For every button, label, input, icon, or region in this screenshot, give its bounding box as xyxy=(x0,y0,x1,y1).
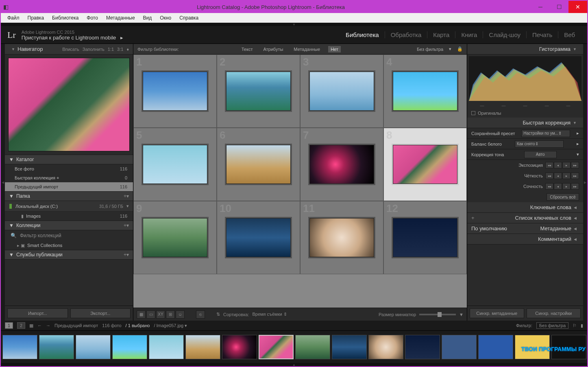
filter-metadata[interactable]: Метаданные xyxy=(291,46,322,52)
window-1[interactable]: 1 xyxy=(5,322,13,329)
filter-none[interactable]: Нет xyxy=(328,46,341,52)
exposure-dec2[interactable]: ◂◂ xyxy=(545,162,553,168)
catalog-prev-import[interactable]: Предыдущий импорт116 xyxy=(5,182,133,191)
vibrance-inc[interactable]: ▸ xyxy=(562,183,571,190)
breadcrumb[interactable]: Предыдущий импорт xyxy=(54,323,98,328)
flag-filter-icon[interactable]: ⚐ xyxy=(573,323,577,328)
import-button[interactable]: Импорт... xyxy=(7,308,68,318)
film-thumb[interactable] xyxy=(185,335,220,359)
smart-collections[interactable]: ▸ ▣Smart Collections xyxy=(5,241,133,250)
exposure-inc[interactable]: ▸ xyxy=(562,162,571,168)
film-thumb[interactable] xyxy=(368,335,403,359)
expand-icon[interactable]: ▸ xyxy=(577,131,579,136)
exposure-inc2[interactable]: ▸▸ xyxy=(571,162,579,168)
folder-images[interactable]: ▮Images116 xyxy=(5,212,133,221)
preset-select[interactable]: Настройки по ум... ⇕ xyxy=(521,130,570,137)
menu-window[interactable]: Окно xyxy=(157,14,174,22)
menu-file[interactable]: Файл xyxy=(4,14,23,22)
drive-row[interactable]: Локальный диск (C:)31,6 / 50 ГБ▾ xyxy=(5,201,133,212)
thumb-size-slider[interactable] xyxy=(419,314,456,315)
sync-metadata-button[interactable]: Синхр. метаданные xyxy=(470,308,524,318)
navigator-header[interactable]: ▼Навигатор Вписать Заполнить 1:1 3:1 ♦ xyxy=(5,44,133,55)
loupe-icon[interactable]: ▭ xyxy=(146,310,155,319)
grid-cell[interactable]: 9 xyxy=(133,201,217,274)
module-map[interactable]: Карта xyxy=(427,31,455,38)
quick-develop-header[interactable]: Быстрая коррекция▼ xyxy=(467,118,583,128)
film-thumb[interactable] xyxy=(222,335,257,359)
clarity-inc[interactable]: ▸ xyxy=(562,173,571,179)
clarity-dec[interactable]: ◂ xyxy=(554,173,562,179)
collections-header[interactable]: ▼Коллекции+▾ xyxy=(5,221,133,230)
grid-cell[interactable]: 10 xyxy=(217,201,300,274)
people-icon[interactable]: ☺ xyxy=(176,310,185,319)
nav-fill[interactable]: Заполнить xyxy=(83,47,105,52)
module-web[interactable]: Веб xyxy=(558,31,581,38)
export-button[interactable]: Экспорт... xyxy=(70,308,131,318)
vibrance-dec[interactable]: ◂ xyxy=(554,183,562,190)
nav-fit[interactable]: Вписать xyxy=(62,47,79,52)
mobile-hint[interactable]: Приступая к работе с Lightroom mobile ▸ xyxy=(22,35,123,41)
collections-filter[interactable]: 🔍Фильтр коллекций xyxy=(5,230,133,241)
filter-text[interactable]: Текст xyxy=(239,46,255,52)
comments-header[interactable]: Комментарий◀ xyxy=(467,234,583,245)
nav-zoom-menu[interactable]: ♦ xyxy=(126,47,129,52)
originals-checkbox[interactable]: Оригиналы xyxy=(467,109,583,118)
grid-cell[interactable]: 6 xyxy=(217,128,300,201)
histogram[interactable] xyxy=(469,56,581,101)
vibrance-inc2[interactable]: ▸▸ xyxy=(571,183,579,190)
clarity-inc2[interactable]: ▸▸ xyxy=(571,173,579,179)
toolbar-menu-icon[interactable]: ▼ xyxy=(459,312,464,317)
module-slideshow[interactable]: Слайд-шоу xyxy=(483,31,527,38)
film-thumb[interactable] xyxy=(405,335,440,359)
histogram-header[interactable]: Гистограмма▼ xyxy=(467,44,583,55)
film-thumb[interactable] xyxy=(442,335,477,359)
add-publish-icon[interactable]: +▾ xyxy=(124,252,129,258)
module-book[interactable]: Книга xyxy=(455,31,483,38)
maximize-button[interactable]: ☐ xyxy=(550,1,568,13)
filter-lock-icon[interactable]: ▮ xyxy=(581,323,583,328)
metadata-header[interactable]: По умолчаниюМетаданные◀ xyxy=(467,223,583,234)
module-print[interactable]: Печать xyxy=(527,31,558,38)
menu-view[interactable]: Вид xyxy=(140,14,155,22)
add-folder-icon[interactable]: +▾ xyxy=(124,193,129,199)
grid-cell[interactable]: 12 xyxy=(383,201,467,274)
painter-icon[interactable]: ⎋ xyxy=(196,310,205,319)
exposure-dec[interactable]: ◂ xyxy=(554,162,562,168)
grid-cell[interactable]: 1 xyxy=(133,55,217,128)
film-thumb[interactable] xyxy=(295,335,330,359)
reset-all-button[interactable]: Сбросить всё xyxy=(547,193,579,201)
left-panel-toggle[interactable]: ◀ xyxy=(1,44,5,321)
catalog-header[interactable]: ▼Каталог xyxy=(5,155,133,164)
grid-cell[interactable]: 11 xyxy=(300,201,383,274)
film-thumb[interactable] xyxy=(112,335,147,359)
wb-select[interactable]: Как снято ⇕ xyxy=(515,140,564,148)
sync-settings-button[interactable]: Синхр. настройки xyxy=(527,308,581,318)
filter-attributes[interactable]: Атрибуты xyxy=(261,46,285,52)
next-icon[interactable]: → xyxy=(46,323,50,328)
module-library[interactable]: Библиотека xyxy=(340,31,385,38)
film-thumb[interactable] xyxy=(39,335,74,359)
menu-library[interactable]: Библиотека xyxy=(49,14,82,22)
film-thumb[interactable] xyxy=(332,335,367,359)
expand-icon[interactable]: ▾ xyxy=(577,152,579,157)
auto-tone-button[interactable]: Авто xyxy=(524,151,557,158)
filter-value[interactable]: Без фильтра xyxy=(536,322,568,329)
filmstrip-toggle[interactable]: ▲ xyxy=(1,363,587,366)
keyword-list-header[interactable]: +Список ключевых слов◀ xyxy=(467,213,583,223)
film-thumb-selected[interactable] xyxy=(259,335,294,359)
nav-3-1[interactable]: 3:1 xyxy=(117,47,123,52)
add-collection-icon[interactable]: +▾ xyxy=(124,223,129,228)
grid-cell[interactable]: 2 xyxy=(217,55,300,128)
catalog-all[interactable]: Все фото116 xyxy=(5,164,133,173)
vibrance-dec2[interactable]: ◂◂ xyxy=(545,183,553,190)
survey-icon[interactable]: ⊞ xyxy=(166,310,175,319)
metadata-preset-select[interactable]: По умолчанию xyxy=(471,225,507,232)
film-thumb[interactable] xyxy=(2,335,37,359)
menu-metadata[interactable]: Метаданные xyxy=(103,14,138,22)
top-panel-toggle[interactable]: ▼ xyxy=(1,23,587,26)
grid-cell[interactable]: 5 xyxy=(133,128,217,201)
filter-lock-icon[interactable]: 🔒 xyxy=(457,46,463,52)
right-panel-toggle[interactable]: ▶ xyxy=(583,44,587,321)
prev-icon[interactable]: ← xyxy=(37,323,42,328)
grid-cell[interactable]: 3 xyxy=(300,55,383,128)
